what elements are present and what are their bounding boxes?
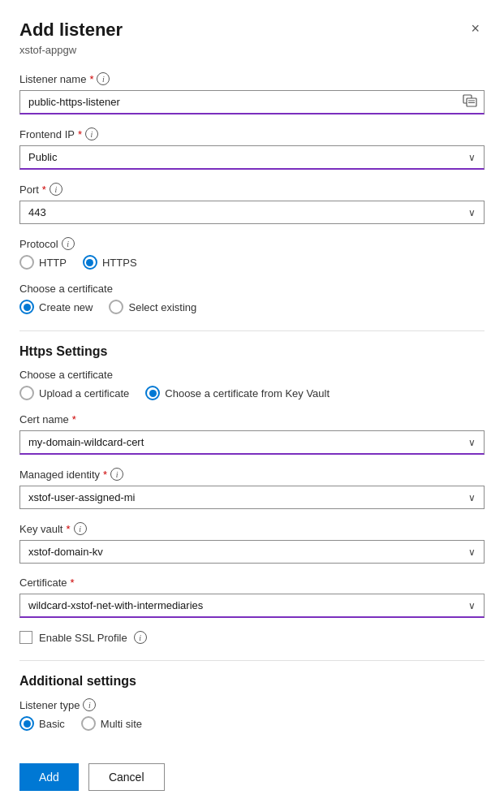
listener-name-label: Listener name * i [19,72,485,85]
cert-choice-group: Choose a certificate Create new Select e… [19,283,485,314]
listener-type-radio-group: Basic Multi site [19,716,485,731]
cert-select-existing-option[interactable]: Select existing [109,300,196,314]
key-vault-info-icon[interactable]: i [74,522,87,535]
managed-identity-label: Managed identity * i [19,468,485,481]
frontend-ip-group: Frontend IP * i Public ∨ [19,127,485,170]
required-star-6: * [66,523,70,535]
key-vault-group: Key vault * i xstof-domain-kv ∨ [19,522,485,564]
cert-create-new-option[interactable]: Create new [19,300,93,314]
certificate-chevron-icon: ∨ [468,600,476,611]
panel-title: Add listener [19,19,123,41]
managed-identity-info-icon[interactable]: i [110,468,123,481]
cert-create-new-radio[interactable] [19,300,34,314]
listener-type-label: Listener type i [19,698,485,711]
ssl-profile-checkbox[interactable] [19,631,32,644]
https-cert-radio-group: Upload a certificate Choose a certificat… [19,386,485,400]
frontend-ip-value: Public [28,151,57,163]
add-button[interactable]: Add [19,763,79,791]
port-value: 443 [28,206,46,218]
protocol-http-label: HTTP [39,257,67,269]
cert-name-group: Cert name * my-domain-wildcard-cert ∨ [19,413,485,455]
port-chevron-icon: ∨ [468,207,476,218]
required-star-4: * [72,413,76,425]
protocol-https-option[interactable]: HTTPS [83,255,137,270]
certificate-dropdown[interactable]: wildcard-xstof-net-with-intermediaries ∨ [19,594,485,618]
required-star-7: * [71,577,75,589]
upload-cert-option[interactable]: Upload a certificate [19,386,129,400]
https-settings-title: Https Settings [19,344,485,359]
port-label: Port * i [19,183,485,196]
managed-identity-group: Managed identity * i xstof-user-assigned… [19,468,485,509]
listener-type-basic-label: Basic [39,718,65,730]
listener-name-icon [456,94,484,110]
protocol-group: Protocol i HTTP HTTPS [19,237,485,270]
certificate-label: Certificate * [19,577,485,589]
keyvault-cert-option[interactable]: Choose a certificate from Key Vault [145,386,330,400]
listener-type-multisite-option[interactable]: Multi site [81,716,142,731]
key-vault-value: xstof-domain-kv [28,546,103,558]
listener-type-info-icon[interactable]: i [83,698,96,711]
ssl-profile-group: Enable SSL Profile i [19,631,485,644]
listener-type-basic-radio[interactable] [19,716,34,731]
cert-create-new-label: Create new [39,301,93,313]
close-button[interactable]: × [466,19,485,37]
ssl-profile-info-icon[interactable]: i [134,631,147,644]
managed-identity-value: xstof-user-assigned-mi [28,491,136,503]
divider-1 [19,330,485,331]
listener-type-multisite-label: Multi site [101,718,142,730]
key-vault-label: Key vault * i [19,522,485,535]
divider-2 [19,660,485,661]
cancel-button[interactable]: Cancel [88,763,165,791]
protocol-http-radio[interactable] [19,255,34,270]
panel-header: Add listener × [19,19,485,41]
frontend-ip-label: Frontend IP * i [19,127,485,140]
listener-type-group: Listener type i Basic Multi site [19,698,485,731]
cert-choice-radio-group: Create new Select existing [19,300,485,314]
listener-name-input-wrapper [19,90,485,114]
keyvault-cert-radio[interactable] [145,386,160,400]
protocol-label: Protocol i [19,237,485,250]
protocol-https-label: HTTPS [102,257,137,269]
port-dropdown[interactable]: 443 ∨ [19,201,485,224]
key-vault-dropdown[interactable]: xstof-domain-kv ∨ [19,540,485,564]
cert-choice-label: Choose a certificate [19,283,485,295]
frontend-ip-info-icon[interactable]: i [85,127,98,140]
frontend-ip-dropdown[interactable]: Public ∨ [19,145,485,170]
upload-cert-label: Upload a certificate [39,387,129,400]
protocol-radio-group: HTTP HTTPS [19,255,485,270]
keyvault-cert-label: Choose a certificate from Key Vault [165,387,330,400]
https-cert-choice-group: Choose a certificate Upload a certificat… [19,369,485,400]
port-group: Port * i 443 ∨ [19,183,485,224]
cert-select-existing-radio[interactable] [109,300,123,314]
cert-name-dropdown[interactable]: my-domain-wildcard-cert ∨ [19,430,485,455]
protocol-http-option[interactable]: HTTP [19,255,67,270]
listener-name-group: Listener name * i [19,72,485,114]
managed-identity-chevron-icon: ∨ [468,492,476,503]
https-cert-choice-label: Choose a certificate [19,369,485,381]
footer: Add Cancel [19,750,485,791]
certificate-group: Certificate * wildcard-xstof-net-with-in… [19,577,485,618]
protocol-info-icon[interactable]: i [62,237,75,250]
required-star-3: * [42,184,46,196]
listener-name-info-icon[interactable]: i [97,72,110,85]
ssl-profile-label: Enable SSL Profile [39,632,127,644]
port-info-icon[interactable]: i [50,183,62,196]
cert-select-existing-label: Select existing [128,301,196,313]
panel-subtitle: xstof-appgw [19,44,485,56]
listener-type-basic-option[interactable]: Basic [19,716,65,731]
managed-identity-dropdown[interactable]: xstof-user-assigned-mi ∨ [19,486,485,509]
required-star-2: * [78,128,82,140]
cert-name-value: my-domain-wildcard-cert [28,436,144,448]
required-star-5: * [103,469,107,481]
cert-name-label: Cert name * [19,413,485,425]
certificate-value: wildcard-xstof-net-with-intermediaries [28,599,203,611]
cert-name-chevron-icon: ∨ [468,437,476,448]
protocol-https-radio[interactable] [83,255,97,270]
required-star: * [89,73,93,85]
upload-cert-radio[interactable] [19,386,34,400]
key-vault-chevron-icon: ∨ [468,546,476,558]
ssl-profile-checkbox-item[interactable]: Enable SSL Profile i [19,631,485,644]
add-listener-panel: Add listener × xstof-appgw Listener name… [0,0,504,812]
listener-type-multisite-radio[interactable] [81,716,96,731]
listener-name-input[interactable] [20,91,456,113]
